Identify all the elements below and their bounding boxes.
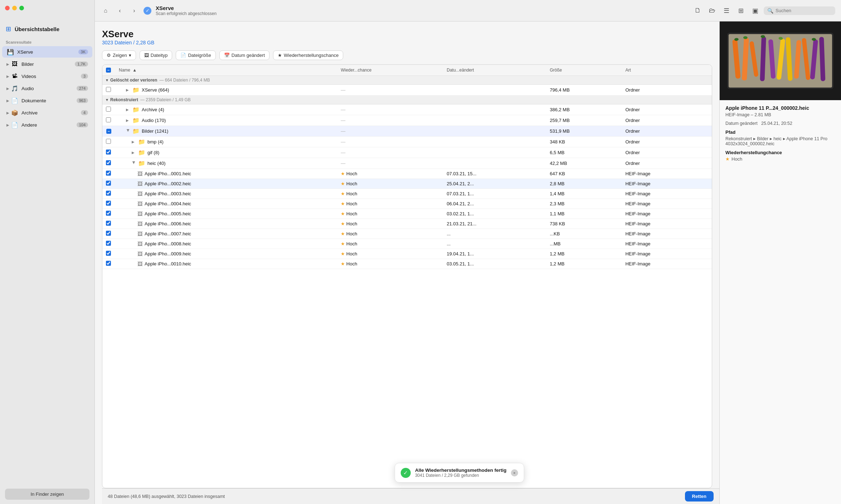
expand-heic40-icon[interactable]: ▶ xyxy=(132,161,136,166)
retten-button[interactable]: Retten xyxy=(685,491,714,501)
name-text-xserve664: XServe (664) xyxy=(142,87,169,93)
row-name-heic0001: 🖼 Apple iPho...0001.heic xyxy=(115,169,337,179)
toast-close-button[interactable]: × xyxy=(511,469,518,476)
checkbox-heic[interactable] xyxy=(106,160,111,165)
filesize-label: Dateigröße xyxy=(188,53,211,58)
file-icon-heic0007: 🖼 xyxy=(137,231,142,237)
table-row: 🖼 Apple iPho...0007.heic ★ Hoch ... ...K… xyxy=(102,229,712,239)
row-cb-audio[interactable] xyxy=(102,115,115,126)
row-name-audio: ▶ 📁 Audio (170) xyxy=(115,115,337,126)
scan-complete-icon: ✓ xyxy=(144,7,151,15)
show-filter-button[interactable]: ⚙ Zeigen ▾ xyxy=(102,50,136,60)
checkbox-heic0008[interactable] xyxy=(106,241,111,246)
expand-bmp4-icon[interactable]: ▶ xyxy=(132,140,136,144)
list-view-button[interactable]: ☰ xyxy=(721,5,732,16)
forward-button[interactable]: › xyxy=(129,6,139,16)
name-text-heic0008: Apple iPho...0008.heic xyxy=(145,241,191,246)
table-row: ▶ 📁 heic (40) — 42,2 MB Ordner xyxy=(102,158,712,169)
row-size-heic0001: 647 KB xyxy=(546,169,622,179)
filesize-filter-button[interactable]: 📄 Dateigröße xyxy=(176,50,215,60)
sidebar-badge-xserve: 3K xyxy=(78,49,88,54)
select-all-checkbox[interactable]: − xyxy=(106,68,111,73)
checkbox-heic0005[interactable] xyxy=(106,211,111,216)
new-folder-button[interactable]: 🗁 xyxy=(706,5,718,16)
show-label: Zeigen xyxy=(113,53,127,58)
traffic-light-yellow[interactable] xyxy=(12,6,17,10)
name-cell-heic: ▶ 📁 heic (40) xyxy=(119,160,334,167)
table-row: 🖼 Apple iPho...0008.heic ★ Hoch ... ...M… xyxy=(102,239,712,249)
name-text-heic0006: Apple iPho...0006.heic xyxy=(145,221,191,226)
checkbox-heic0001[interactable] xyxy=(106,171,111,176)
sidebar-item-audio[interactable]: ▶ 🎵 Audio 274 xyxy=(2,83,92,94)
finder-button[interactable]: In Finder zeigen xyxy=(5,489,89,500)
row-cb-heic[interactable] xyxy=(102,158,115,169)
checkbox-heic0003[interactable] xyxy=(106,191,111,196)
search-box: 🔍 xyxy=(764,6,835,15)
row-cb-archive[interactable] xyxy=(102,104,115,115)
back-button[interactable]: ‹ xyxy=(115,6,125,16)
filetype-filter-button[interactable]: 🖼 Dateityp xyxy=(140,50,172,60)
home-button[interactable]: ⌂ xyxy=(101,6,111,16)
search-input[interactable] xyxy=(776,8,832,13)
expand-archive4-icon[interactable]: ▶ xyxy=(126,108,130,112)
name-text-bmp: bmp (4) xyxy=(147,139,164,145)
file-icon-heic0004: 🖼 xyxy=(137,201,142,207)
row-checkbox-xserve664[interactable] xyxy=(102,85,115,96)
grid-icon: ⊞ xyxy=(6,25,11,33)
sidebar-item-andere[interactable]: ▶ 📄 Andere 104 xyxy=(2,119,92,131)
sidebar-item-videos[interactable]: ▶ 📽 Videos 3 xyxy=(2,70,92,82)
sidebar-badge-archive: 4 xyxy=(81,110,88,115)
checkbox-heic0006[interactable] xyxy=(106,221,111,226)
filter-bar: ⚙ Zeigen ▾ 🖼 Dateityp 📄 Dateigröße 📅 Dat… xyxy=(102,50,719,64)
name-cell-heic0010: 🖼 Apple iPho...0010.heic xyxy=(119,261,334,267)
expand-andere-icon: ▶ xyxy=(6,123,11,127)
traffic-light-green[interactable] xyxy=(19,6,24,10)
checkbox-bmp[interactable] xyxy=(106,139,111,144)
checkbox-heic0004[interactable] xyxy=(106,201,111,206)
name-cell-heic0001: 🖼 Apple iPho...0001.heic xyxy=(119,171,334,177)
checkbox-heic0009[interactable] xyxy=(106,251,111,256)
table-body: ▾ Gelöscht oder verloren — 664 Dateien /… xyxy=(102,76,712,269)
sidebar-item-archive[interactable]: ▶ 📦 Archive 4 xyxy=(2,107,92,118)
date-filter-button[interactable]: 📅 Datum geändert xyxy=(219,50,269,60)
row-cb-bilder[interactable]: − xyxy=(102,126,115,137)
expand-audio170-icon[interactable]: ▶ xyxy=(126,118,130,122)
group-header-deleted: ▾ Gelöscht oder verloren — 664 Dateien /… xyxy=(102,76,712,85)
checkbox-heic0007[interactable] xyxy=(106,231,111,236)
app-name: XServe xyxy=(156,5,688,11)
traffic-light-red[interactable] xyxy=(5,6,10,10)
checkbox-archive[interactable] xyxy=(106,107,111,112)
expand-bilder1241-icon[interactable]: ▶ xyxy=(126,129,130,133)
sidebar-item-bilder[interactable]: ▶ 🖼 Bilder 1,7K xyxy=(2,58,92,70)
row-type-audio: Ordner xyxy=(622,115,712,126)
grid-view-button[interactable]: ⊞ xyxy=(735,5,747,16)
new-file-button[interactable]: 🗋 xyxy=(692,5,704,16)
col-name[interactable]: Name ▲ xyxy=(115,65,337,76)
sidebar-badge-videos: 3 xyxy=(81,74,88,79)
checkbox-heic0010[interactable] xyxy=(106,261,111,266)
row-name-gif: ▶ 📁 gif (8) xyxy=(115,147,337,158)
row-size-archive: 386,2 MB xyxy=(546,104,622,115)
checkbox-xserve664[interactable] xyxy=(106,87,111,92)
chance-filter-button[interactable]: ★ Wiederherstellungschance xyxy=(273,50,343,60)
row-size-bilder: 531,9 MB xyxy=(546,126,622,137)
row-name-heic: ▶ 📁 heic (40) xyxy=(115,158,337,169)
expand-xserve664-icon[interactable]: ▶ xyxy=(126,88,130,92)
sidebar-item-xserve[interactable]: 💾 XServe 3K xyxy=(2,46,92,58)
preview-date-row: Datum geändert 25.04.21, 20:52 xyxy=(725,121,835,126)
toolbar-icons: 🗋 🗁 ☰ ⊞ ▣ 🔍 xyxy=(692,5,835,16)
toast-check-icon: ✓ xyxy=(401,468,411,478)
row-cb-gif[interactable] xyxy=(102,147,115,158)
row-name-heic0002: 🖼 Apple iPho...0002.heic xyxy=(115,179,337,189)
row-cb-bmp[interactable] xyxy=(102,137,115,147)
sidebar-toggle-button[interactable]: ▣ xyxy=(749,5,761,16)
row-type-gif: Ordner xyxy=(622,147,712,158)
checkbox-bilder-mixed[interactable]: − xyxy=(106,129,111,134)
checkbox-gif[interactable] xyxy=(106,150,111,155)
group-expand-deleted-icon: ▾ xyxy=(106,78,108,83)
sidebar-item-dokumente[interactable]: ▶ 📄 Dokumente 963 xyxy=(2,95,92,106)
expand-gif8-icon[interactable]: ▶ xyxy=(132,151,136,155)
file-icon-heic0003: 🖼 xyxy=(137,191,142,197)
checkbox-heic0002[interactable] xyxy=(106,181,111,186)
checkbox-audio[interactable] xyxy=(106,117,111,122)
